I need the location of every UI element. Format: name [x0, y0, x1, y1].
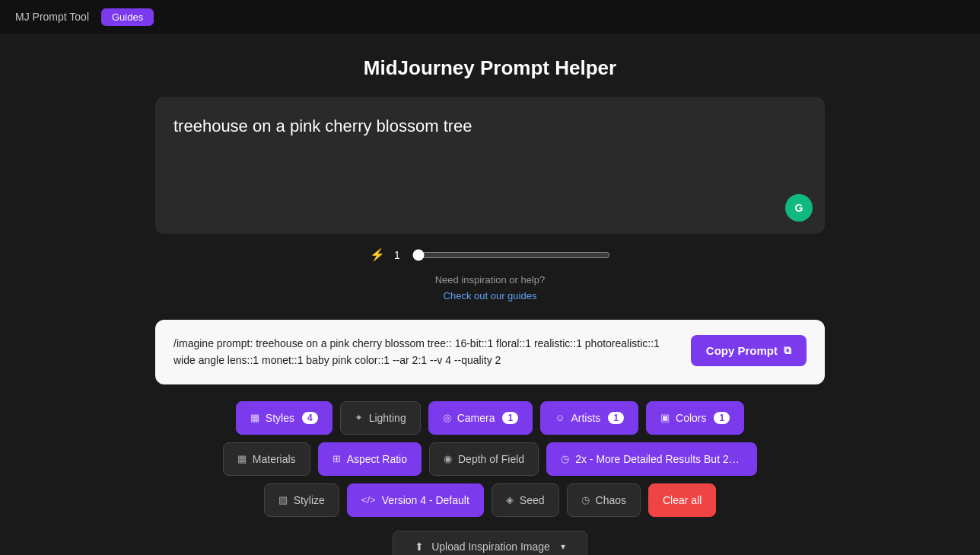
lighting-button[interactable]: ✦ Lighting [340, 401, 421, 435]
page-title: MidJourney Prompt Helper [155, 56, 825, 80]
stylize-label: Stylize [294, 494, 325, 506]
upload-label: Upload Inspiration Image [431, 541, 550, 553]
inspiration-text: Need inspiration or help? [435, 274, 546, 285]
camera-icon: ◎ [443, 412, 451, 423]
depth-of-field-button[interactable]: ◉ Depth of Field [429, 442, 539, 476]
artists-badge: 1 [608, 412, 624, 424]
colors-icon: ▣ [660, 412, 670, 423]
materials-label: Materials [253, 453, 296, 465]
seed-icon: ◈ [506, 494, 514, 506]
clear-all-label: Clear all [663, 494, 702, 506]
aspect-ratio-icon: ⊞ [332, 453, 341, 464]
colors-button[interactable]: ▣ Colors 1 [646, 401, 744, 435]
avatar: G [785, 194, 813, 222]
materials-button[interactable]: ▦ Materials [223, 442, 310, 476]
slider-icon: ⚡ [370, 247, 385, 262]
upload-chevron-icon: ▾ [561, 541, 565, 552]
colors-label: Colors [676, 412, 706, 424]
copy-prompt-label: Copy Prompt [706, 344, 778, 357]
camera-label: Camera [457, 412, 495, 424]
aspect-ratio-button[interactable]: ⊞ Aspect Ratio [318, 442, 422, 476]
main-content: MidJourney Prompt Helper G ⚡ 1 Need insp… [140, 33, 840, 555]
prompt-output-box: /imagine prompt: treehouse on a pink che… [155, 320, 825, 384]
buttons-row-2: ▦ Materials ⊞ Aspect Ratio ◉ Depth of Fi… [155, 442, 825, 476]
seed-button[interactable]: ◈ Seed [492, 483, 559, 517]
prompt-input-box: G [155, 97, 825, 234]
lighting-label: Lighting [369, 412, 406, 424]
guides-link[interactable]: Check out our guides [444, 290, 537, 301]
stylize-button[interactable]: ▧ Stylize [264, 483, 339, 517]
2x-detail-button[interactable]: ◷ 2x - More Detailed Results But 2x Slow… [546, 442, 757, 476]
prompt-output-text: /imagine prompt: treehouse on a pink che… [173, 335, 679, 369]
navbar: MJ Prompt Tool Guides [0, 0, 980, 33]
buttons-row-3: ▧ Stylize </> Version 4 - Default ◈ Seed… [155, 483, 825, 517]
2x-detail-label: 2x - More Detailed Results But 2x Slower… [575, 453, 743, 465]
quality-slider[interactable] [412, 249, 610, 261]
styles-button[interactable]: ▦ Styles 4 [236, 401, 332, 435]
styles-icon: ▦ [250, 412, 259, 423]
upload-icon: ⬆ [415, 541, 424, 553]
buttons-row-1: ▦ Styles 4 ✦ Lighting ◎ Camera 1 ☺ Artis… [155, 401, 825, 435]
aspect-ratio-label: Aspect Ratio [347, 453, 407, 465]
stylize-icon: ▧ [278, 494, 288, 506]
chaos-button[interactable]: ◷ Chaos [567, 483, 641, 517]
2x-detail-icon: ◷ [561, 453, 569, 464]
artists-button[interactable]: ☺ Artists 1 [540, 401, 638, 435]
depth-of-field-label: Depth of Field [458, 453, 524, 465]
version-icon: </> [361, 494, 376, 506]
slider-row: ⚡ 1 [155, 247, 825, 262]
clear-all-button[interactable]: Clear all [648, 483, 716, 517]
version-label: Version 4 - Default [382, 494, 469, 506]
copy-prompt-button[interactable]: Copy Prompt ⧉ [691, 335, 807, 366]
artists-label: Artists [571, 412, 600, 424]
camera-badge: 1 [502, 412, 518, 424]
upload-button[interactable]: ⬆ Upload Inspiration Image ▾ [393, 531, 587, 555]
styles-label: Styles [266, 412, 294, 424]
chaos-icon: ◷ [581, 494, 590, 506]
styles-badge: 4 [302, 412, 318, 424]
prompt-textarea[interactable] [173, 115, 807, 185]
artists-icon: ☺ [555, 412, 565, 423]
chaos-label: Chaos [596, 494, 626, 506]
colors-badge: 1 [714, 412, 730, 424]
copy-icon: ⧉ [784, 344, 791, 357]
upload-section: ⬆ Upload Inspiration Image ▾ [155, 531, 825, 555]
materials-icon: ▦ [237, 453, 247, 464]
depth-of-field-icon: ◉ [444, 453, 452, 464]
tool-buttons-grid: ▦ Styles 4 ✦ Lighting ◎ Camera 1 ☺ Artis… [155, 401, 825, 517]
lighting-icon: ✦ [355, 412, 363, 423]
nav-title: MJ Prompt Tool [15, 11, 89, 23]
seed-label: Seed [520, 494, 545, 506]
inspiration-section: Need inspiration or help? Check out our … [155, 273, 825, 305]
version-button[interactable]: </> Version 4 - Default [347, 483, 484, 517]
camera-button[interactable]: ◎ Camera 1 [428, 401, 533, 435]
slider-value: 1 [394, 249, 403, 261]
guides-button[interactable]: Guides [101, 8, 154, 26]
